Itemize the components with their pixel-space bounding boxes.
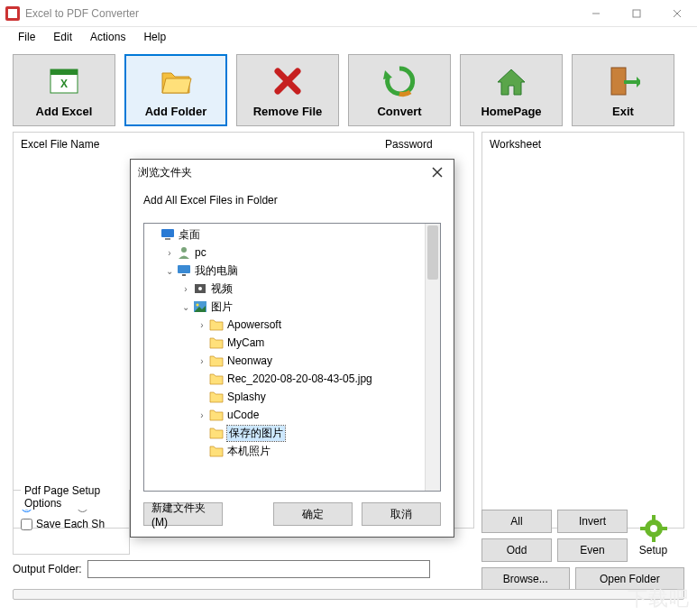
tree-item[interactable]: ⌄图片 xyxy=(144,298,440,316)
svg-rect-9 xyxy=(611,68,626,95)
new-folder-button[interactable]: 新建文件夹(M) xyxy=(143,502,223,526)
excel-icon: X xyxy=(46,63,82,99)
svg-rect-12 xyxy=(652,515,656,520)
dialog-close-button[interactable] xyxy=(428,163,446,181)
close-button[interactable] xyxy=(656,0,697,27)
scrollbar-thumb[interactable] xyxy=(427,225,438,280)
tree-item-label: 本机照片 xyxy=(227,444,271,459)
folder-icon xyxy=(209,444,224,458)
expander-icon[interactable]: › xyxy=(164,248,175,258)
svg-rect-22 xyxy=(182,274,186,276)
svg-rect-21 xyxy=(178,265,190,273)
tree-item[interactable]: ›Neonway xyxy=(144,352,440,370)
ok-button[interactable]: 确定 xyxy=(273,502,353,526)
folder-icon xyxy=(158,63,194,99)
svg-rect-5 xyxy=(50,69,78,75)
worksheet-panel: Worksheet xyxy=(481,132,684,529)
menu-file[interactable]: File xyxy=(9,29,44,45)
svg-rect-13 xyxy=(652,537,656,542)
expander-icon[interactable]: ⌄ xyxy=(164,266,175,276)
tree-item-label: Neonway xyxy=(227,354,272,367)
close-icon xyxy=(673,9,682,18)
tree-item-label: uCode xyxy=(227,409,259,421)
folder-icon xyxy=(209,336,224,350)
dialog-instruction: Add All Excel Files in Folder xyxy=(143,194,441,207)
expander-icon[interactable]: › xyxy=(180,284,191,294)
svg-text:X: X xyxy=(60,78,68,90)
col-worksheet[interactable]: Worksheet xyxy=(490,138,676,151)
close-icon xyxy=(432,167,443,178)
tree-item[interactable]: ›视频 xyxy=(144,280,440,298)
maximize-button[interactable] xyxy=(616,0,656,27)
cancel-button[interactable]: 取消 xyxy=(362,502,441,526)
menu-actions[interactable]: Actions xyxy=(81,29,134,45)
tree-item-label: 桌面 xyxy=(179,227,200,243)
tree-item[interactable]: 桌面 xyxy=(144,225,440,244)
browse-folder-dialog: 浏览文件夹 Add All Excel Files in Folder 桌面›p… xyxy=(130,159,454,538)
menu-help[interactable]: Help xyxy=(134,29,175,45)
setup-button[interactable]: Setup xyxy=(633,511,674,561)
folder-icon xyxy=(209,408,224,422)
tree-item[interactable]: ›uCode xyxy=(144,406,440,424)
video-icon xyxy=(193,281,207,296)
remove-file-button[interactable]: Remove File xyxy=(236,54,339,126)
tree-item-label: 图片 xyxy=(211,299,233,315)
toolbar: X Add Excel Add Folder Remove File Conve… xyxy=(0,47,697,132)
add-excel-button[interactable]: X Add Excel xyxy=(13,54,115,126)
tree-item[interactable]: ›pc xyxy=(144,244,440,262)
dialog-title: 浏览文件夹 xyxy=(138,165,428,180)
expander-icon[interactable]: › xyxy=(197,320,207,330)
tree-item-label: 视频 xyxy=(211,281,233,297)
minimize-icon xyxy=(592,9,601,18)
tree-item[interactable]: 保存的图片 xyxy=(144,424,440,442)
expander-icon[interactable]: › xyxy=(197,410,207,420)
convert-icon xyxy=(381,63,417,99)
monitor-icon xyxy=(177,263,191,278)
tree-item-label: MyCam xyxy=(227,336,264,349)
folder-icon xyxy=(209,372,224,386)
all-button[interactable]: All xyxy=(481,510,552,533)
check-save-each-sheet[interactable]: Save Each Sh xyxy=(21,518,105,530)
svg-rect-15 xyxy=(662,527,667,530)
output-label: Output Folder: xyxy=(13,563,82,575)
folder-icon xyxy=(209,354,224,368)
tree-item[interactable]: MyCam xyxy=(144,334,440,352)
invert-button[interactable]: Invert xyxy=(557,510,628,533)
maximize-icon xyxy=(632,9,641,18)
folder-icon xyxy=(209,390,224,404)
user-icon xyxy=(177,245,191,260)
even-button[interactable]: Even xyxy=(557,538,628,562)
tree-item[interactable]: 本机照片 xyxy=(144,442,440,460)
tree-item[interactable]: ›Apowersoft xyxy=(144,316,440,334)
expander-icon[interactable]: ⌄ xyxy=(180,302,191,312)
scrollbar[interactable] xyxy=(425,224,440,491)
right-controls: All Invert Setup Odd Even Browse... Open… xyxy=(481,510,684,591)
odd-button[interactable]: Odd xyxy=(481,538,552,562)
svg-rect-19 xyxy=(165,238,170,240)
picture-icon xyxy=(193,299,207,314)
col-filename[interactable]: Excel File Name xyxy=(21,138,385,151)
browse-button[interactable]: Browse... xyxy=(481,567,570,591)
folder-icon xyxy=(209,317,224,332)
convert-button[interactable]: Convert xyxy=(348,54,451,126)
menu-bar: File Edit Actions Help xyxy=(0,27,697,47)
gear-icon xyxy=(640,515,667,542)
homepage-button[interactable]: HomePage xyxy=(460,54,563,126)
exit-button[interactable]: Exit xyxy=(572,54,674,126)
menu-edit[interactable]: Edit xyxy=(44,29,81,45)
svg-rect-14 xyxy=(640,527,646,530)
col-password[interactable]: Password xyxy=(385,138,466,151)
svg-point-26 xyxy=(197,304,199,307)
tree-item[interactable]: Rec_2020-08-20-08-43-05.jpg xyxy=(144,370,440,388)
svg-rect-18 xyxy=(161,229,174,237)
add-folder-button[interactable]: Add Folder xyxy=(124,54,227,126)
tree-item[interactable]: Splashy xyxy=(144,388,440,406)
open-folder-button[interactable]: Open Folder xyxy=(575,567,684,591)
minimize-button[interactable] xyxy=(575,0,616,27)
tree-item-label: Splashy xyxy=(227,391,266,403)
output-folder-input[interactable] xyxy=(87,560,430,578)
tree-item[interactable]: ⌄我的电脑 xyxy=(144,262,440,280)
folder-tree[interactable]: 桌面›pc⌄我的电脑›视频⌄图片›ApowersoftMyCam›Neonway… xyxy=(143,223,441,492)
home-icon xyxy=(493,63,529,99)
expander-icon[interactable]: › xyxy=(197,356,207,366)
